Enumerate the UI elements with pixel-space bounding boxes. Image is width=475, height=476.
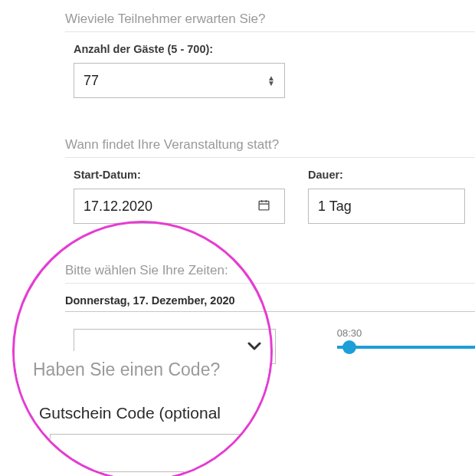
guests-label: Anzahl der Gäste (5 - 700):: [74, 43, 475, 55]
svg-rect-0: [259, 202, 269, 210]
calendar-icon[interactable]: [257, 199, 270, 214]
duration-select[interactable]: 1 Tag: [308, 189, 465, 224]
chevron-down-icon: [247, 339, 261, 355]
when-heading: Wann findet Ihre Veranstaltung statt?: [65, 137, 475, 153]
slider-start-label: 08:30: [337, 327, 475, 339]
participants-heading: Wieviele Teilnehmer erwarten Sie?: [65, 11, 475, 27]
start-date-input[interactable]: 17.12.2020: [74, 189, 285, 224]
times-date: Donnerstag, 17. Dezember, 2020: [65, 294, 475, 307]
time-select[interactable]: [74, 329, 276, 364]
time-slider-track[interactable]: [337, 346, 475, 349]
code-input[interactable]: [50, 434, 241, 472]
divider: [65, 311, 475, 312]
duration-label: Dauer:: [308, 169, 465, 181]
stepper-icon[interactable]: ▲▼: [267, 75, 275, 86]
duration-value: 1 Tag: [318, 199, 352, 215]
start-date-value: 17.12.2020: [84, 199, 152, 215]
divider: [65, 31, 475, 32]
start-date-label: Start-Datum:: [74, 169, 285, 181]
divider: [65, 283, 475, 284]
code-label: Gutschein Code (optional: [39, 404, 221, 422]
guests-input[interactable]: 77 ▲▼: [74, 63, 285, 98]
time-slider-thumb[interactable]: [342, 340, 356, 354]
divider: [65, 157, 475, 158]
times-heading: Bitte wählen Sie Ihre Zeiten:: [65, 263, 475, 278]
guests-value: 77: [84, 73, 99, 89]
